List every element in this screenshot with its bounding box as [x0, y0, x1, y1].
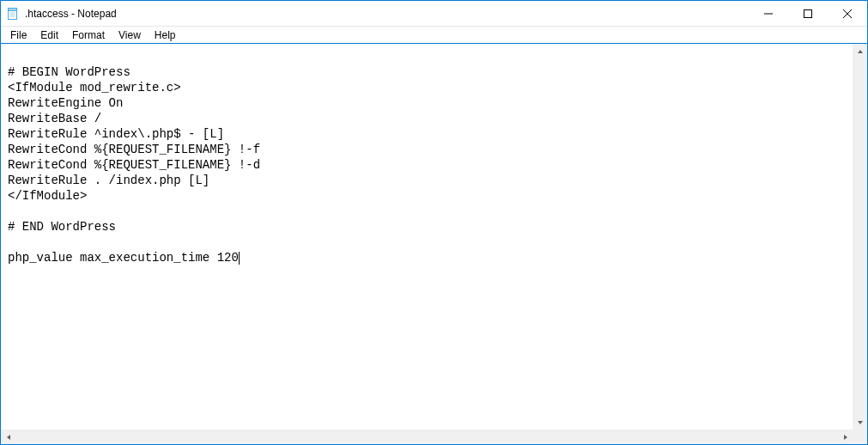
menu-help[interactable]: Help	[149, 28, 182, 42]
content-area: # BEGIN WordPress<IfModule mod_rewrite.c…	[1, 44, 867, 444]
editor-line: </IfModule>	[8, 188, 846, 204]
horizontal-scroll-track[interactable]	[15, 430, 838, 444]
svg-rect-1	[9, 8, 17, 10]
scroll-down-arrow-icon[interactable]	[853, 415, 867, 430]
editor-line: # BEGIN WordPress	[8, 64, 846, 80]
scroll-left-arrow-icon[interactable]	[1, 430, 15, 444]
minimize-button[interactable]	[749, 1, 788, 26]
scroll-right-arrow-icon[interactable]	[838, 430, 853, 444]
editor-line	[8, 49, 846, 64]
menu-view[interactable]: View	[112, 28, 147, 42]
text-caret	[239, 252, 240, 265]
editor-line: RewriteCond %{REQUEST_FILENAME} !-f	[8, 142, 846, 157]
close-button[interactable]	[828, 1, 867, 26]
editor-line: RewriteCond %{REQUEST_FILENAME} !-d	[8, 157, 846, 173]
horizontal-scrollbar[interactable]	[1, 430, 853, 444]
menu-file[interactable]: File	[4, 28, 33, 42]
editor-line	[8, 235, 846, 250]
svg-rect-6	[804, 9, 812, 17]
editor-line: RewriteRule ^index\.php$ - [L]	[8, 126, 846, 142]
vertical-scroll-track[interactable]	[853, 58, 867, 415]
editor-line: php_value max_execution_time 120	[8, 250, 846, 265]
titlebar-left: .htaccess - Notepad	[1, 7, 117, 21]
scroll-up-arrow-icon[interactable]	[853, 44, 867, 58]
editor-line: RewriteBase /	[8, 111, 846, 126]
notepad-icon	[6, 7, 20, 21]
vertical-scrollbar[interactable]	[853, 44, 867, 430]
menu-edit[interactable]: Edit	[34, 28, 64, 42]
window-controls	[749, 1, 867, 26]
editor-line: <IfModule mod_rewrite.c>	[8, 80, 846, 95]
editor-line: RewriteRule . /index.php [L]	[8, 173, 846, 188]
editor-line: # END WordPress	[8, 219, 846, 235]
maximize-button[interactable]	[788, 1, 828, 26]
editor-line: RewriteEngine On	[8, 95, 846, 111]
menu-format[interactable]: Format	[66, 28, 111, 42]
scroll-corner	[853, 430, 867, 444]
menubar: File Edit Format View Help	[1, 27, 867, 44]
text-editor[interactable]: # BEGIN WordPress<IfModule mod_rewrite.c…	[1, 44, 853, 430]
editor-line	[8, 204, 846, 219]
titlebar: .htaccess - Notepad	[1, 1, 867, 27]
window-title: .htaccess - Notepad	[25, 8, 117, 20]
